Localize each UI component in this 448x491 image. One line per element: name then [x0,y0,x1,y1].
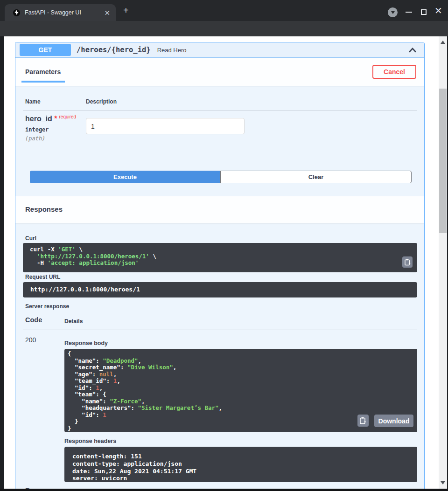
table-divider [23,111,417,111]
scrollbar-thumb[interactable] [439,89,447,233]
column-header-name: Name [25,98,41,105]
response-body-label: Response body [64,340,108,346]
details-column-header: Details [64,318,83,325]
required-label: required [59,114,76,119]
window-edge-bottom [0,489,448,491]
browser-tab[interactable]: FastAPI - Swagger UI ✕ [5,4,116,21]
param-value-input[interactable] [86,118,245,134]
execute-button[interactable]: Execute [30,171,220,183]
status-code: 200 [25,336,36,344]
response-headers-value: content-length: 151content-type: applica… [64,447,417,482]
scrollbar-down-icon[interactable] [441,481,445,484]
minimize-icon[interactable] [406,12,412,13]
param-location: (path) [25,135,45,142]
tab-title: FastAPI - Swagger UI [25,9,104,16]
tab-close-icon[interactable]: ✕ [104,9,110,16]
endpoint-summary: Read Hero [157,47,187,54]
maximize-icon[interactable] [421,9,427,15]
tab-underline [21,81,65,83]
parameters-body: Name Description hero_id *required integ… [15,86,424,196]
page-content: GET /heroes/{hero_id} Read Hero Paramete… [4,36,439,489]
param-type: integer [25,126,49,133]
cancel-button[interactable]: Cancel [372,65,416,79]
copy-icon[interactable] [402,256,413,268]
table-divider [23,330,417,330]
responses-title: Responses [25,205,63,213]
response-headers-label: Response headers [64,438,116,444]
window-close-icon[interactable]: ✕ [434,6,442,15]
server-response-label: Server response [25,303,69,310]
download-button[interactable]: Download [374,415,413,427]
browser-toolbar: ← → i 127.0.0.1:8000/docs#/default/read_… [0,21,448,36]
endpoint-path: /heroes/{hero_id} [77,46,151,54]
curl-label: Curl [25,235,36,242]
page-scrollbar[interactable] [439,36,447,489]
method-badge: GET [20,44,71,56]
swagger-opblock-get: GET /heroes/{hero_id} Read Hero Paramete… [15,42,425,489]
responses-header: Responses [15,196,424,223]
execute-row: Execute Clear [30,171,412,183]
new-tab-icon[interactable]: + [123,5,129,16]
column-header-description: Description [86,98,117,105]
tab-parameters: Parameters [25,68,61,76]
browser-window: FastAPI - Swagger UI ✕ + ✕ ← → i 127.0.0… [0,0,448,491]
media-control-icon[interactable] [388,7,398,17]
request-url-label: Request URL [25,274,60,280]
scrollbar-up-icon[interactable] [441,41,445,44]
copy-icon[interactable] [357,415,369,427]
window-edge-left [0,36,4,491]
fastapi-favicon-icon [13,9,20,16]
opblock-summary[interactable]: GET /heroes/{hero_id} Read Hero [15,42,424,58]
curl-command: curl -X 'GET' \ 'http://127.0.0.1:8000/h… [23,243,417,272]
parameters-header: Parameters Cancel [15,58,424,86]
required-star: * [54,115,57,123]
request-url-value: http://127.0.0.1:8000/heroes/1 [23,282,417,297]
param-name: hero_id *required [25,115,76,123]
chevron-up-icon[interactable] [408,48,417,53]
code-column-header: Code [25,316,42,324]
clear-button[interactable]: Clear [220,171,412,183]
responses-body: Curl curl -X 'GET' \ 'http://127.0.0.1:8… [15,223,424,489]
browser-titlebar: FastAPI - Swagger UI ✕ + ✕ [0,0,448,21]
